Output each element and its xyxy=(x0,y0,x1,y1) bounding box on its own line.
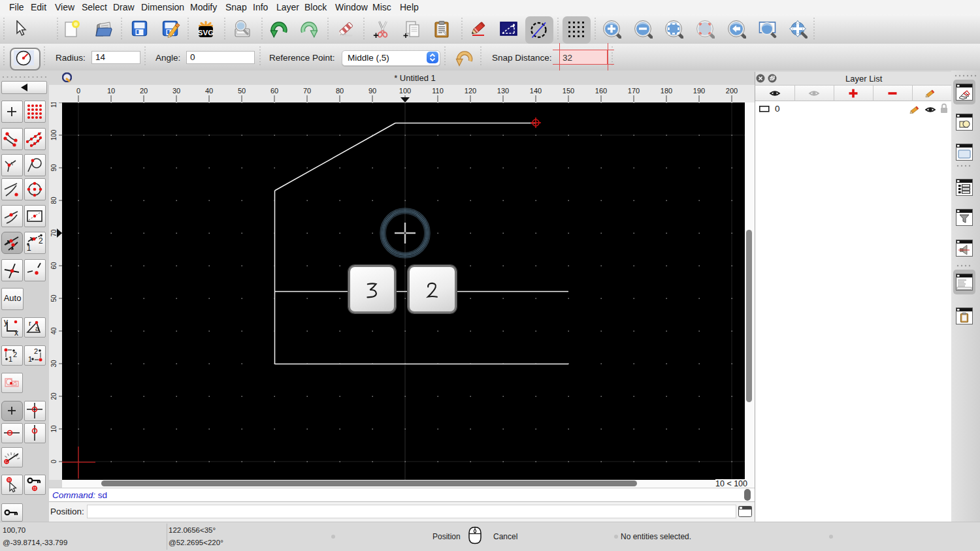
svg-text:60: 60 xyxy=(50,262,57,270)
svg-text:110: 110 xyxy=(50,102,57,108)
svg-text:2: 2 xyxy=(34,347,38,355)
svg-text:80: 80 xyxy=(50,197,57,204)
svg-text:2: 2 xyxy=(39,236,43,245)
svg-text:110: 110 xyxy=(432,87,444,95)
svg-text:50: 50 xyxy=(50,294,57,302)
svg-text:80: 80 xyxy=(336,87,344,95)
svg-text:10: 10 xyxy=(50,425,57,433)
svg-text:160: 160 xyxy=(595,87,607,95)
svg-text:10: 10 xyxy=(107,87,115,95)
svg-text:0: 0 xyxy=(50,460,57,464)
svg-text:1: 1 xyxy=(8,355,12,363)
svg-text:100: 100 xyxy=(50,129,57,140)
svg-text:r: r xyxy=(29,319,31,327)
svg-text:120: 120 xyxy=(465,87,476,95)
svg-text:30: 30 xyxy=(172,87,180,95)
svg-text:180: 180 xyxy=(661,87,672,95)
svg-text:40: 40 xyxy=(50,327,57,335)
svg-text:40: 40 xyxy=(205,87,213,95)
svg-text:100: 100 xyxy=(399,87,411,95)
svg-text:200: 200 xyxy=(726,87,738,95)
svg-text:1: 1 xyxy=(27,244,31,252)
svg-text:90: 90 xyxy=(50,164,57,172)
svg-text:a: a xyxy=(35,324,40,332)
svg-text:90: 90 xyxy=(368,87,376,95)
svg-text:150: 150 xyxy=(563,87,574,95)
svg-text:140: 140 xyxy=(530,87,542,95)
svg-text:190: 190 xyxy=(693,87,705,95)
svg-text:1: 1 xyxy=(28,355,32,363)
svg-text:70: 70 xyxy=(50,229,57,237)
svg-text:50: 50 xyxy=(238,87,246,95)
svg-text:2: 2 xyxy=(13,351,17,358)
svg-text:SVG: SVG xyxy=(198,29,214,37)
svg-text:x: x xyxy=(14,328,18,336)
svg-text:20: 20 xyxy=(140,87,148,95)
svg-text:60: 60 xyxy=(270,87,278,95)
svg-text:170: 170 xyxy=(628,87,640,95)
svg-text:0: 0 xyxy=(76,87,80,95)
svg-text:y: y xyxy=(4,318,8,326)
svg-text:30: 30 xyxy=(50,360,57,368)
svg-text:130: 130 xyxy=(497,87,509,95)
svg-text:70: 70 xyxy=(303,87,311,95)
svg-text:20: 20 xyxy=(50,392,57,400)
